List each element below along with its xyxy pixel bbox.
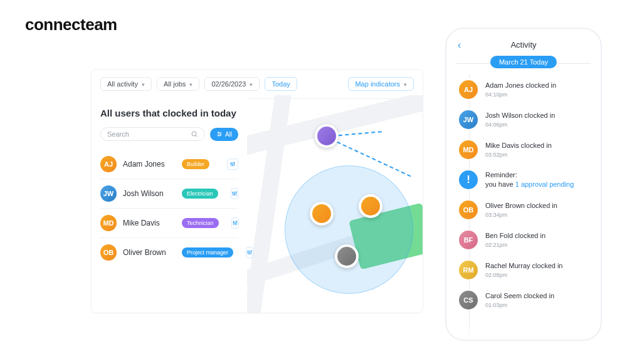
user-row[interactable]: AJ Adam Jones Builder <box>100 150 238 179</box>
user-panel: All users that clocked in today Search A… <box>92 95 247 313</box>
user-row[interactable]: JW Josh Wilson Electrician <box>100 179 238 209</box>
avatar: JW <box>100 185 117 202</box>
map-indicators-button[interactable]: Map indicators <box>348 77 414 91</box>
avatar: OB <box>100 244 117 261</box>
feed-item[interactable]: JW Josh Wilson clocked in04:06pm <box>458 105 592 135</box>
user-name: Mike Davis <box>123 219 176 227</box>
user-action-icon[interactable] <box>227 159 238 170</box>
filter-jobs-label: All jobs <box>164 80 186 88</box>
filter-activity[interactable]: All activity <box>100 77 152 91</box>
role-tag: Electrician <box>182 189 218 199</box>
sliders-icon <box>232 220 238 226</box>
feed-text: Rachel Murray clocked in02:08pm <box>485 261 592 279</box>
all-filter-button[interactable]: All <box>210 128 238 141</box>
avatar: AJ <box>100 156 117 172</box>
feed-item[interactable]: BF Ben Fold clocked in02:21pm <box>458 225 592 255</box>
svg-line-1 <box>196 135 197 137</box>
timestamp: 01:03pm <box>485 301 592 309</box>
geofence-circle <box>285 165 413 294</box>
user-name: Josh Wilson <box>123 189 176 198</box>
activity-feed[interactable]: AJ Adam Jones clocked in04:10pm JW Josh … <box>458 75 592 340</box>
feed-item[interactable]: MD Mike Davis clocked in03:52pm <box>458 135 592 165</box>
user-row[interactable]: MD Mike Davis Technician <box>100 209 238 238</box>
filter-today[interactable]: Today <box>265 77 297 91</box>
map-pin[interactable] <box>310 202 334 226</box>
feed-text: Carol Seem clocked in01:03pm <box>485 291 592 309</box>
approval-link[interactable]: 1 approval pending <box>515 180 574 188</box>
role-tag: Builder <box>182 159 209 169</box>
phone-title: Activity <box>510 40 536 49</box>
feed-item[interactable]: AJ Adam Jones clocked in04:10pm <box>458 75 592 105</box>
back-icon[interactable]: ‹ <box>458 39 461 51</box>
user-list: AJ Adam Jones Builder JW Josh Wilson Ele… <box>100 150 238 267</box>
user-action-icon[interactable] <box>231 188 238 199</box>
user-action-icon[interactable] <box>231 217 239 229</box>
avatar: OB <box>459 200 478 219</box>
brand-logo: connecteam <box>25 15 117 34</box>
svg-point-0 <box>192 132 196 136</box>
chevron-down-icon <box>188 80 192 88</box>
alert-icon: ! <box>459 170 478 189</box>
feed-text: Reminder:you have 1 approval pending <box>485 170 592 189</box>
timestamp: 04:06pm <box>485 121 592 128</box>
role-tag: Technician <box>182 218 219 228</box>
map-area[interactable] <box>247 95 423 313</box>
avatar <box>312 204 331 223</box>
search-placeholder: Search <box>107 130 129 138</box>
role-tag: Project manager <box>182 247 233 257</box>
dashboard-card: All activity All jobs 02/26/2023 Today M… <box>91 69 423 313</box>
feed-item[interactable]: RM Rachel Murray clocked in02:08pm <box>458 255 592 285</box>
user-name: Oliver Brown <box>123 248 176 257</box>
avatar <box>337 247 356 266</box>
feed-item[interactable]: OB Oliver Brown clocked in03:34pm <box>458 195 592 225</box>
avatar: CS <box>459 291 478 309</box>
timestamp: 04:10pm <box>485 91 592 98</box>
phone-header: ‹ Activity <box>446 35 601 56</box>
avatar: MD <box>100 215 117 231</box>
sliders-icon <box>216 131 223 137</box>
avatar <box>317 127 336 145</box>
svg-point-7 <box>218 135 219 137</box>
avatar: AJ <box>459 80 478 99</box>
timestamp: 03:52pm <box>485 151 592 159</box>
timestamp: 02:21pm <box>485 241 592 249</box>
feed-text: Ben Fold clocked in02:21pm <box>485 231 592 249</box>
filter-date-label: 02/26/2023 <box>211 80 246 88</box>
all-filter-label: All <box>225 131 232 138</box>
avatar: RM <box>459 261 478 279</box>
timestamp: 03:34pm <box>485 211 592 219</box>
user-row[interactable]: OB Oliver Brown Project manager <box>100 238 238 267</box>
map-pin[interactable] <box>335 244 359 268</box>
sliders-icon <box>246 249 253 256</box>
svg-point-5 <box>218 132 219 133</box>
user-action-icon[interactable] <box>246 247 253 258</box>
map-pin[interactable] <box>359 194 382 218</box>
avatar: MD <box>459 140 478 159</box>
chevron-down-icon <box>248 80 253 88</box>
svg-point-6 <box>220 133 221 135</box>
map-indicators-label: Map indicators <box>355 80 400 88</box>
feed-text: Oliver Brown clocked in03:34pm <box>485 201 592 219</box>
filter-activity-label: All activity <box>107 80 138 88</box>
feed-text: Josh Wilson clocked in04:06pm <box>485 111 592 128</box>
date-pill: March 21 Today <box>490 56 557 68</box>
phone-mockup: ‹ Activity March 21 Today AJ Adam Jones … <box>445 28 602 341</box>
chevron-down-icon <box>403 80 407 88</box>
avatar: BF <box>459 231 478 249</box>
filter-today-label: Today <box>271 80 290 88</box>
search-input[interactable]: Search <box>100 127 205 141</box>
user-name: Adam Jones <box>123 160 176 169</box>
feed-item[interactable]: CS Carol Seem clocked in01:03pm <box>458 285 592 315</box>
sliders-icon <box>231 190 238 197</box>
sliders-icon <box>229 161 236 167</box>
filter-date[interactable]: 02/26/2023 <box>204 77 260 91</box>
filter-jobs[interactable]: All jobs <box>157 77 199 91</box>
map-pin[interactable] <box>315 124 339 148</box>
chevron-down-icon <box>140 80 145 88</box>
avatar: JW <box>459 110 478 129</box>
timestamp: 02:08pm <box>485 271 592 279</box>
feed-reminder[interactable]: ! Reminder:you have 1 approval pending <box>458 165 592 195</box>
feed-text: Adam Jones clocked in04:10pm <box>485 81 592 98</box>
avatar <box>361 197 380 216</box>
feed-text: Mike Davis clocked in03:52pm <box>485 141 592 159</box>
